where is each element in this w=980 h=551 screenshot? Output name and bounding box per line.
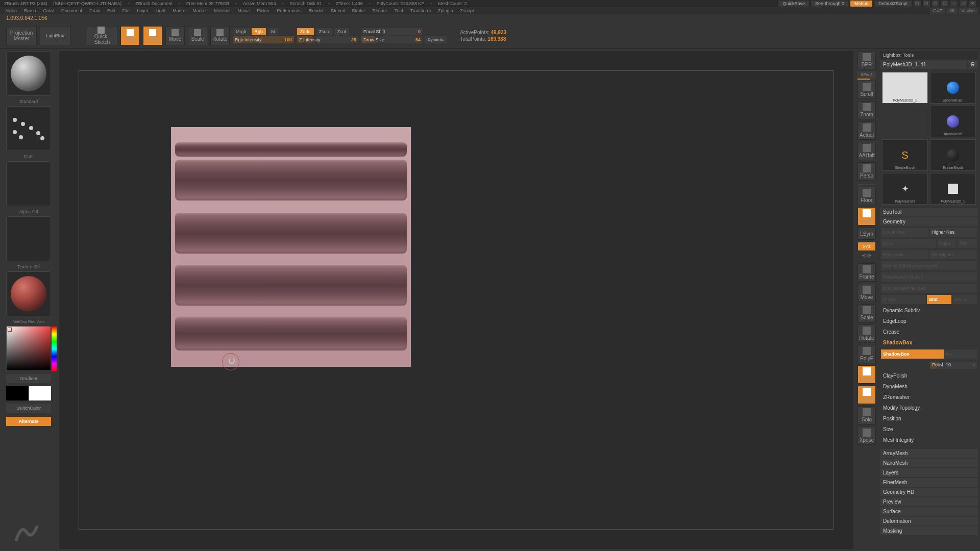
menu-tool[interactable]: Tool — [391, 8, 406, 13]
win-btn-2[interactable]: ▢ — [923, 1, 930, 7]
draw-button[interactable]: Draw — [143, 26, 162, 45]
close-button[interactable]: ✕ — [969, 1, 976, 7]
z-intensity-slider[interactable]: Z Intensity25 — [297, 36, 358, 43]
seethrough-slider[interactable]: See-through 0 — [811, 1, 848, 7]
persp-button[interactable]: Persp — [857, 162, 876, 181]
smt-button[interactable]: Smt — [927, 295, 951, 304]
dynamic-subdiv-section[interactable]: Dynamic Subdiv — [880, 306, 978, 315]
divide-button[interactable]: Divide — [881, 295, 926, 304]
lightbox-tools-header[interactable]: Lightbox: Tools — [880, 51, 978, 59]
frame-button[interactable]: Frame — [857, 263, 876, 282]
menu-marker[interactable]: Marker — [189, 8, 210, 13]
tool-eraserbrush[interactable]: EraserBrush — [930, 139, 976, 171]
alternate-button[interactable]: Alternate — [6, 417, 51, 426]
dynamesh-section[interactable]: DynaMesh — [880, 382, 978, 391]
shadowbox-res[interactable]: Res — [944, 349, 977, 359]
m-button[interactable]: M — [268, 28, 278, 35]
menu-macro[interactable]: Macro — [169, 8, 188, 13]
goz-visible-button[interactable]: Visible — [959, 8, 978, 14]
solo-button[interactable]: Solo — [857, 406, 876, 424]
rgb-button[interactable]: Rgb — [252, 28, 266, 35]
fibermesh-header[interactable]: FiberMesh — [880, 478, 978, 487]
tool-polymesh3d-1[interactable]: PolyMesh3D_1 — [882, 72, 928, 104]
black-swatch[interactable] — [6, 386, 28, 400]
claypolish-section[interactable]: ClayPolish — [880, 371, 978, 381]
lightbox-button[interactable]: LightBox — [40, 26, 70, 45]
actual-button[interactable]: Actual — [857, 121, 876, 140]
floor-button[interactable]: Floor — [857, 187, 876, 205]
menu-edit[interactable]: Edit — [104, 8, 118, 13]
color-picker[interactable] — [6, 326, 51, 371]
higher-res-button[interactable]: Higher Res — [929, 228, 977, 237]
xyz-button[interactable]: XYZ — [857, 242, 876, 251]
edit-button[interactable]: Edit — [120, 26, 140, 45]
menu-layer[interactable]: Layer — [134, 8, 152, 13]
reconstruct-button[interactable]: Reconstruct Subdiv — [881, 272, 977, 282]
menu-brush[interactable]: Brush — [21, 8, 39, 13]
gradient-button[interactable]: Gradient — [6, 374, 51, 383]
zremesher-section[interactable]: ZRemesher — [880, 392, 978, 402]
rstr-button[interactable]: Rstr — [958, 239, 977, 248]
hue-strip[interactable] — [52, 327, 57, 371]
ghost-button[interactable]: Ghost — [857, 386, 876, 404]
xpose-button[interactable]: Xpose — [857, 427, 876, 445]
menu-material[interactable]: Material — [211, 8, 233, 13]
lsym-button[interactable]: LSym — [857, 228, 876, 240]
sdiv-slider[interactable]: SDiv — [881, 239, 936, 248]
brush-slot[interactable] — [6, 51, 51, 96]
menu-stencil[interactable]: Stencil — [328, 8, 348, 13]
goz-button[interactable]: GoZ — [930, 8, 945, 14]
nav-move-button[interactable]: Move — [857, 284, 876, 302]
position-section[interactable]: Position — [880, 414, 978, 423]
quicksave-button[interactable]: QuickSave — [778, 1, 809, 7]
scroll-button[interactable]: Scroll — [857, 81, 876, 99]
focal-shift-slider[interactable]: Focal Shift0 — [361, 28, 423, 35]
menus-button[interactable]: Menus — [850, 1, 872, 7]
menu-color[interactable]: Color — [40, 8, 58, 13]
geometry-hd-header[interactable]: Geometry HD — [880, 488, 978, 496]
dynamic-button[interactable]: Dynamic — [425, 36, 447, 43]
aahalf-button[interactable]: AAHalf — [857, 142, 876, 160]
zsub-button[interactable]: Zsub — [316, 28, 332, 35]
menu-transform[interactable]: Transform — [407, 8, 434, 13]
script-button[interactable]: DefaultZScript — [874, 1, 912, 7]
tool-spherebrush[interactable]: SphereBrush — [930, 72, 976, 104]
transp-button[interactable]: Transp — [857, 365, 876, 384]
crease-section[interactable]: Crease — [880, 327, 978, 337]
nav-rotate-button[interactable]: Rotate — [857, 324, 876, 343]
mrgb-button[interactable]: Mrgb — [233, 28, 250, 35]
win-btn-4[interactable]: ▢ — [941, 1, 948, 7]
rgb-intensity-slider[interactable]: Rgb Intensity100 — [233, 36, 294, 43]
tool-polymesh3d-1b[interactable]: PolyMesh3D_1 — [930, 173, 976, 205]
minimize-button[interactable]: – — [950, 1, 958, 7]
zoom-button[interactable]: Zoom — [857, 101, 876, 119]
reuv-button[interactable]: ReUV — [952, 295, 977, 304]
convert-bpr-button[interactable]: Convert BPR To Geo — [881, 284, 977, 293]
nanomesh-header[interactable]: NanoMesh — [880, 459, 978, 467]
cage-button[interactable]: Cage — [937, 239, 957, 248]
tool-simplebrush[interactable]: SSimpleBrush — [882, 139, 928, 171]
preview-header[interactable]: Preview — [880, 497, 978, 506]
win-btn-1[interactable]: ▢ — [914, 1, 921, 7]
surface-header[interactable]: Surface — [880, 507, 978, 516]
alpha-slot[interactable] — [6, 161, 51, 206]
layers-header[interactable]: Layers — [880, 468, 978, 477]
r-button[interactable]: R — [968, 60, 978, 69]
tool-alphabrush[interactable]: AlphaBrush — [930, 106, 976, 137]
modify-topology-section[interactable]: Modify Topology — [880, 403, 978, 413]
goz-all-button[interactable]: All — [946, 8, 958, 14]
menu-light[interactable]: Light — [153, 8, 169, 13]
menu-file[interactable]: File — [119, 8, 133, 13]
deformation-header[interactable]: Deformation — [880, 517, 978, 525]
edgeloop-section[interactable]: EdgeLoop — [880, 316, 978, 326]
freeze-subdiv-button[interactable]: Freeze SubDivision Levels — [881, 261, 977, 270]
document-area[interactable] — [79, 70, 834, 530]
white-swatch[interactable] — [29, 386, 51, 400]
mesh-integrity-section[interactable]: MeshIntegrity — [880, 435, 978, 445]
tool-polymesh3d[interactable]: ✦PolyMesh3D — [882, 173, 928, 205]
scale-button[interactable]: Scale — [188, 26, 207, 45]
menu-picker[interactable]: Picker — [254, 8, 273, 13]
canvas[interactable] — [59, 51, 853, 549]
nav-scale-button[interactable]: Scale — [857, 304, 876, 322]
lower-res-button[interactable]: Lower Res — [881, 228, 928, 237]
